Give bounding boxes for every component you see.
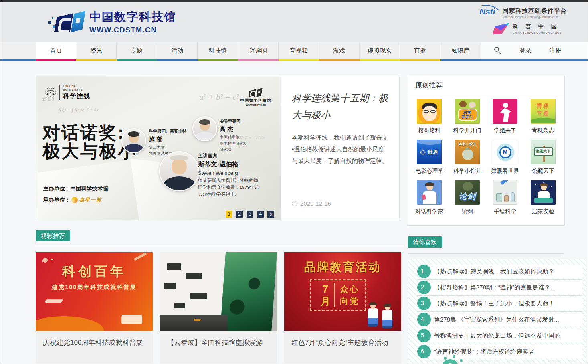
guess-item-4[interactable]: 4 第279集 《宇宙探索系列》为什么在酒泉发射... bbox=[417, 312, 582, 328]
site-url: WWW.CDSTM.CN bbox=[89, 26, 176, 34]
clock-icon bbox=[292, 201, 297, 206]
nav-tab-vr[interactable]: 虚拟现实 bbox=[360, 42, 400, 59]
guess-badge: 猜你喜欢 bbox=[408, 236, 442, 248]
featured-card-centenary[interactable]: 科创百年 建党100周年科技成就科普展 庆祝建党100周年科技成就科普展 bbox=[36, 252, 153, 364]
site-header: 中国数字科技馆 WWW.CDSTM.CN Nsti 国家科技基础条件平台 Nat… bbox=[0, 2, 588, 42]
kepu-china-subtitle: CHINA SCIENCE COMMUNICATION bbox=[513, 31, 562, 34]
site-title: 中国数字科技馆 bbox=[89, 9, 176, 25]
guest-photo-weinberg bbox=[159, 151, 199, 191]
ronggeluoke-icon bbox=[417, 99, 442, 124]
carousel-page-5[interactable]: 5 bbox=[267, 211, 274, 218]
hero-carousel: LINKING SCIENTISTS 科学连线 中国数字科技馆 WWW.CDST… bbox=[36, 76, 400, 220]
cdstm-logo-icon bbox=[48, 10, 86, 34]
carousel-page-3[interactable]: 3 bbox=[247, 211, 253, 218]
original-recommend-panel: 原创推荐 榕哥烙科 科学开开门 科学开开门 学姐来了 青稞专题 bbox=[408, 76, 565, 226]
carousel-page-1[interactable]: 1 bbox=[226, 211, 232, 218]
shouhuikexue-icon bbox=[493, 180, 517, 205]
nsti-logo-icon: Nsti bbox=[479, 6, 499, 20]
featured-card-title: 【云看展】全国科技馆虚拟漫游 bbox=[160, 331, 277, 350]
carousel-page-4[interactable]: 4 bbox=[257, 211, 264, 218]
search-icon[interactable] bbox=[494, 47, 502, 55]
nav-tab-museum[interactable]: 科技馆 bbox=[198, 42, 238, 59]
guess-item-1[interactable]: 1 【热点解读】鲸类搁浅，我们应该如何救助？ bbox=[417, 264, 582, 280]
original-item-kexuekaikaimen[interactable]: 科学开开门 科学开开门 bbox=[449, 99, 487, 134]
kepu-china-title: 科 普 中 国 bbox=[513, 23, 562, 30]
original-item-dianyingxinlixue[interactable]: 心 世界 电影心理学 bbox=[410, 140, 449, 175]
original-item-ronggeluoke[interactable]: 榕哥烙科 bbox=[410, 99, 449, 134]
xuejielaile-icon bbox=[493, 99, 517, 124]
guess-item-2[interactable]: 2 【榕哥烙科】第378期：“瘟神”的克星是谁？... bbox=[417, 280, 582, 296]
nsti-logo[interactable]: Nsti 国家科技基础条件平台 National Science & Techn… bbox=[479, 6, 567, 20]
nav-tab-news[interactable]: 资讯 bbox=[76, 42, 117, 59]
featured-badge: 精彩推荐 bbox=[36, 230, 70, 241]
article-date: 2020-12-16 bbox=[292, 200, 331, 207]
site-logo[interactable]: 中国数字科技馆 WWW.CDSTM.CN bbox=[48, 9, 176, 34]
banner-cdstm-logo-icon bbox=[247, 87, 265, 98]
kexuekaikaimen-icon: 科学开开门 bbox=[455, 99, 480, 124]
featured-divider bbox=[36, 245, 404, 245]
guess-item-6[interactable]: 6 “语言神经假肢”：将话语权还给瘫痪者 bbox=[417, 344, 582, 360]
rank-badge: 4 bbox=[417, 313, 431, 326]
featured-card-july-theme[interactable]: 品牌教育活动 7月 众心向党 红色7月“众心向党”主题教育活动 bbox=[284, 252, 401, 364]
nav-user-area: 登录 注册 bbox=[481, 42, 588, 59]
original-item-xuejielaile[interactable]: 学姐来了 bbox=[486, 99, 524, 134]
qingkezazhi-icon: 青稞专题 bbox=[531, 99, 556, 124]
guess-divider bbox=[408, 253, 564, 254]
original-recommend-grid: 榕哥烙科 科学开开门 科学开开门 学姐来了 青稞专题 青稞杂志 bbox=[408, 94, 564, 215]
program-name-cn: 科学连线 bbox=[63, 92, 90, 101]
nav-tab-topics[interactable]: 专题 bbox=[117, 42, 157, 59]
original-item-meiyankanshijie[interactable]: M 媒眼看世界 bbox=[486, 140, 524, 175]
jujiashiyan-icon bbox=[531, 180, 556, 205]
co-organizer-line: 承办单位： 嘉星一族 bbox=[43, 196, 102, 204]
banner-cdstm-logo: 中国数字科技馆 WWW.CDSTM.CN bbox=[240, 87, 272, 106]
hero-article-panel: 科学连线第十五期：极大与极小 本期科学连线，我们邀请到了斯蒂文•温伯格教授讲述大… bbox=[281, 76, 399, 220]
original-item-kexuexiaoguanr[interactable]: 科学小馆儿 科学小馆儿 bbox=[449, 140, 487, 175]
original-item-qingkezazhi[interactable]: 青稞专题 青稞杂志 bbox=[524, 99, 562, 134]
linking-scientists-logo: LINKING SCIENTISTS 科学连线 bbox=[45, 84, 90, 101]
guest-caption-gao-jie: 实验室嘉宾 高 杰 中国科学院 高能物理研究所 研究员 bbox=[220, 119, 248, 152]
guest-photo-gao-jie bbox=[192, 116, 217, 141]
rank-badge: 6 bbox=[417, 345, 431, 358]
program-name-en: LINKING SCIENTISTS bbox=[63, 84, 90, 91]
guest-caption-weinberg: 主讲嘉宾 斯蒂文·温伯格 Steven Weinberg 德克萨斯大学奥斯汀分校… bbox=[198, 152, 261, 198]
featured-card-cloud-exhibition[interactable]: 【云看展】全国科技馆虚拟漫游 bbox=[160, 252, 277, 364]
carousel-slide-banner[interactable]: LINKING SCIENTISTS 科学连线 中国数字科技馆 WWW.CDST… bbox=[36, 76, 281, 220]
register-link[interactable]: 注册 bbox=[549, 47, 561, 55]
duihuakexuejia-icon bbox=[417, 180, 442, 205]
original-item-guankuitianxia[interactable]: 馆窥天下 馆窥天下 bbox=[524, 140, 562, 175]
rank-badge: 1 bbox=[417, 265, 431, 278]
nav-tab-home[interactable]: 首页 bbox=[36, 42, 76, 59]
article-title[interactable]: 科学连线第十五期：极大与极小 bbox=[292, 90, 390, 123]
original-item-duihuakexuejia[interactable]: 对话科学家 bbox=[410, 180, 449, 215]
nav-tab-knowledge[interactable]: 知识库 bbox=[440, 42, 481, 59]
centenary-card-image: 科创百年 建党100周年科技成就科普展 bbox=[36, 252, 153, 331]
login-link[interactable]: 登录 bbox=[519, 47, 531, 55]
nav-tab-activities[interactable]: 活动 bbox=[157, 42, 198, 59]
original-item-lunjian[interactable]: 论剑 论剑 bbox=[449, 180, 487, 215]
original-item-shouhuikexue[interactable]: 手绘科学 bbox=[486, 180, 524, 215]
kepu-china-logo-icon bbox=[493, 23, 509, 34]
original-recommend-title: 原创推荐 bbox=[408, 76, 564, 94]
kexuexiaoguanr-icon: 科学小馆儿 bbox=[455, 140, 480, 164]
article-excerpt: 本期科学连线，我们邀请到了斯蒂文•温伯格教授讲述大自然的最小尺度与最大尺度，了解… bbox=[292, 131, 390, 166]
nav-tab-interest[interactable]: 兴趣圈 bbox=[238, 42, 279, 59]
main-content: LINKING SCIENTISTS 科学连线 中国数字科技馆 WWW.CDST… bbox=[0, 61, 588, 364]
guankuitianxia-icon: 馆窥天下 bbox=[531, 140, 556, 164]
kepu-china-logo[interactable]: 科 普 中 国 CHINA SCIENCE COMMUNICATION bbox=[493, 23, 562, 34]
organizer-line: 主办单位：中国科学技术馆 bbox=[43, 185, 108, 192]
guess-item-5[interactable]: 5 号称澳洲史上最大的恐龙出场，但远不及中国的 bbox=[417, 328, 582, 344]
original-item-jujiashiyan[interactable]: 居家实验 bbox=[524, 180, 562, 215]
guess-list: 1 【热点解读】鲸类搁浅，我们应该如何救助？ 2 【榕哥烙科】第378期：“瘟神… bbox=[408, 259, 586, 364]
lunjian-icon: 论剑 bbox=[455, 180, 480, 205]
main-navigation: 首页 资讯 专题 活动 科技馆 兴趣圈 音视频 游戏 虚拟现实 直播 知识库 登… bbox=[0, 42, 588, 61]
nav-tab-audio-video[interactable]: 音视频 bbox=[279, 42, 319, 59]
co-organizer-brand: 嘉星一族 bbox=[79, 196, 102, 204]
guest-photo-shi-yu bbox=[121, 128, 146, 153]
formula-decoration: a² + b² = c² bbox=[199, 92, 239, 102]
carousel-page-2[interactable]: 2 bbox=[236, 211, 243, 218]
dianyingxinlixue-icon: 心 世界 bbox=[417, 140, 442, 164]
rank-badge: 2 bbox=[417, 281, 431, 294]
nav-tab-live[interactable]: 直播 bbox=[400, 42, 440, 59]
guess-item-3[interactable]: 3 【热点解读】警惕！虫子虽小，但能要人命！ bbox=[417, 296, 582, 312]
nav-tab-games[interactable]: 游戏 bbox=[319, 42, 360, 59]
